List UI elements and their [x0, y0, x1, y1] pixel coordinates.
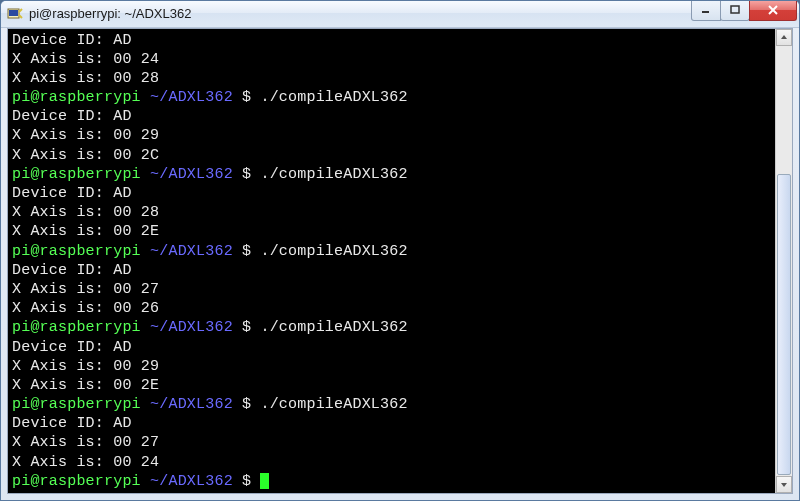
close-button[interactable] — [749, 1, 797, 21]
terminal-line: Device ID: AD — [12, 261, 771, 280]
window-controls — [692, 1, 797, 21]
svg-rect-1 — [9, 10, 18, 16]
putty-icon — [7, 6, 23, 22]
terminal-line: pi@raspberrypi ~/ADXL362 $ ./compileADXL… — [12, 88, 771, 107]
terminal-line: X Axis is: 00 27 — [12, 433, 771, 452]
terminal-line: X Axis is: 00 2C — [12, 146, 771, 165]
terminal-line: X Axis is: 00 27 — [12, 280, 771, 299]
terminal-line: Device ID: AD — [12, 31, 771, 50]
terminal-line: X Axis is: 00 2E — [12, 222, 771, 241]
terminal-line: pi@raspberrypi ~/ADXL362 $ ./compileADXL… — [12, 242, 771, 261]
maximize-button[interactable] — [720, 1, 750, 21]
terminal-line: Device ID: AD — [12, 414, 771, 433]
vertical-scrollbar[interactable] — [775, 29, 792, 494]
title-bar[interactable]: pi@raspberrypi: ~/ADXL362 — [1, 1, 799, 28]
terminal-line: Device ID: AD — [12, 107, 771, 126]
svg-marker-8 — [781, 35, 787, 39]
scrollbar-track[interactable] — [776, 46, 792, 477]
terminal-line: X Axis is: 00 28 — [12, 69, 771, 88]
terminal-cursor — [260, 473, 269, 489]
putty-window: pi@raspberrypi: ~/ADXL362 Device ID: ADX… — [0, 0, 800, 501]
scroll-up-button[interactable] — [776, 29, 792, 46]
scroll-down-button[interactable] — [776, 476, 792, 493]
terminal-line: X Axis is: 00 24 — [12, 453, 771, 472]
terminal-line: pi@raspberrypi ~/ADXL362 $ — [12, 472, 771, 491]
terminal-line: X Axis is: 00 29 — [12, 126, 771, 145]
window-title: pi@raspberrypi: ~/ADXL362 — [29, 6, 692, 21]
minimize-button[interactable] — [691, 1, 721, 21]
scrollbar-thumb[interactable] — [777, 174, 791, 475]
terminal-line: pi@raspberrypi ~/ADXL362 $ ./compileADXL… — [12, 165, 771, 184]
terminal-output[interactable]: Device ID: ADX Axis is: 00 24X Axis is: … — [8, 29, 775, 494]
terminal-line: pi@raspberrypi ~/ADXL362 $ ./compileADXL… — [12, 395, 771, 414]
svg-marker-9 — [781, 483, 787, 487]
terminal-line: X Axis is: 00 26 — [12, 299, 771, 318]
terminal-line: X Axis is: 00 28 — [12, 203, 771, 222]
terminal-line: pi@raspberrypi ~/ADXL362 $ ./compileADXL… — [12, 318, 771, 337]
terminal-line: Device ID: AD — [12, 184, 771, 203]
terminal-line: Device ID: AD — [12, 338, 771, 357]
terminal-line: X Axis is: 00 24 — [12, 50, 771, 69]
terminal-line: X Axis is: 00 29 — [12, 357, 771, 376]
client-area: Device ID: ADX Axis is: 00 24X Axis is: … — [7, 28, 793, 495]
svg-rect-5 — [731, 6, 739, 13]
terminal-line: X Axis is: 00 2E — [12, 376, 771, 395]
